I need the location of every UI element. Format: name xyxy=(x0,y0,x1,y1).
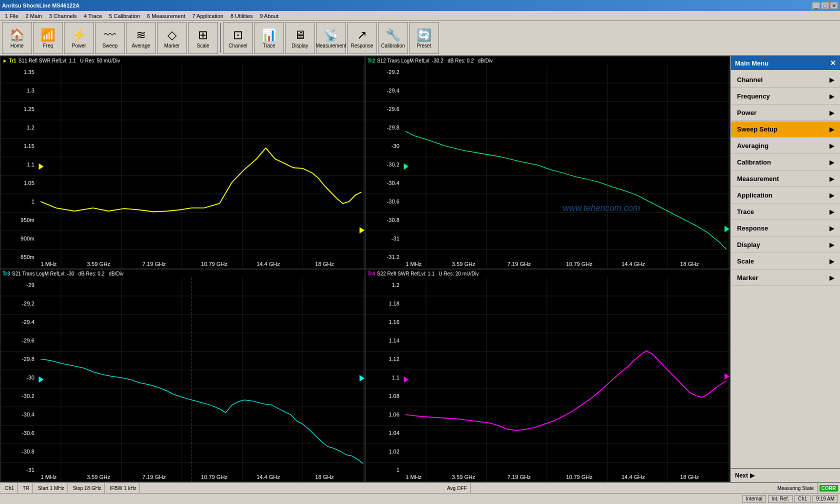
menu-trace[interactable]: 4 Trace xyxy=(81,12,106,20)
panel-menu-arrow-display: ▶ xyxy=(830,242,834,248)
bottom-ch1: Ch1 xyxy=(794,495,810,503)
toolbar-power-label: Power xyxy=(72,43,86,48)
menu-utilities[interactable]: 8 Utilities xyxy=(228,12,256,20)
svg-text:950m: 950m xyxy=(20,217,34,223)
panel-menu-arrow-response: ▶ xyxy=(830,225,834,232)
panel-menu-arrow-application: ▶ xyxy=(830,192,834,199)
svg-text:3.59 GHz: 3.59 GHz xyxy=(87,474,110,480)
panel-menu-arrow-frequency: ▶ xyxy=(830,93,834,100)
toolbar-sweep[interactable]: 〰Sweep xyxy=(95,22,125,54)
svg-text:7.19 GHz: 7.19 GHz xyxy=(508,261,531,267)
panel-menu-measurement[interactable]: Measurement▶ xyxy=(731,171,840,187)
panel-menu-calibration[interactable]: Calibration▶ xyxy=(731,154,840,170)
svg-text:3.59 GHz: 3.59 GHz xyxy=(87,261,110,267)
svg-text:www.tehencom.com: www.tehencom.com xyxy=(563,203,640,213)
menu-measurement[interactable]: 6 Measurement xyxy=(144,12,188,20)
toolbar-scale[interactable]: ⊞Scale xyxy=(188,22,218,54)
svg-text:14.4 GHz: 14.4 GHz xyxy=(622,261,645,267)
svg-text:1.16: 1.16 xyxy=(388,319,400,325)
panel-menu-trace[interactable]: Trace▶ xyxy=(731,204,840,220)
svg-text:18 GHz: 18 GHz xyxy=(680,261,699,267)
svg-text:1.04: 1.04 xyxy=(388,430,400,436)
next-button[interactable]: Next ▶ xyxy=(731,468,840,482)
panel-menu-arrow-trace: ▶ xyxy=(830,208,834,216)
svg-text:1.18: 1.18 xyxy=(388,300,400,306)
toolbar-preset[interactable]: 🔄Preset xyxy=(409,22,439,54)
menu-calibration[interactable]: 5 Calibration xyxy=(106,12,143,20)
toolbar-preset-icon: 🔄 xyxy=(416,28,432,42)
app-title: Anritsu ShockLine MS46122A xyxy=(2,2,80,8)
panel-menu-scale[interactable]: Scale▶ xyxy=(731,254,840,270)
panel-menu-frequency[interactable]: Frequency▶ xyxy=(731,88,840,104)
svg-text:1.14: 1.14 xyxy=(388,338,400,344)
svg-text:1.1: 1.1 xyxy=(392,374,399,380)
maximize-button[interactable]: □ xyxy=(821,2,829,9)
window-controls[interactable]: _ □ ✕ xyxy=(812,2,838,9)
svg-text:10.79 GHz: 10.79 GHz xyxy=(201,474,228,480)
menu-channels[interactable]: 3 Channels xyxy=(46,12,80,20)
svg-text:7.19 GHz: 7.19 GHz xyxy=(142,474,166,480)
svg-text:-30.2: -30.2 xyxy=(22,393,34,399)
toolbar-average[interactable]: ≋Average xyxy=(126,22,156,54)
menu-file[interactable]: 1 File xyxy=(2,12,22,20)
panel-menu-label-application: Application xyxy=(737,192,772,199)
svg-text:1.25: 1.25 xyxy=(24,106,34,112)
close-button[interactable]: ✕ xyxy=(830,2,838,9)
panel-menu-channel[interactable]: Channel▶ xyxy=(731,72,840,88)
toolbar-calibration[interactable]: 🔧Calibration xyxy=(378,22,408,54)
chart-tr3-inner: -29 -29.2 -29.4 -29.6 -29.8 -30 -30.2 -3… xyxy=(0,278,364,482)
toolbar-trace[interactable]: 📊Trace xyxy=(254,22,284,54)
toolbar-response-label: Response xyxy=(350,43,373,48)
menu-application[interactable]: 7 Application xyxy=(189,12,226,20)
toolbar-home[interactable]: 🏠Home xyxy=(2,22,32,54)
panel-menu-averaging[interactable]: Averaging▶ xyxy=(731,138,840,154)
svg-text:1.08: 1.08 xyxy=(388,393,400,399)
svg-text:1.3: 1.3 xyxy=(26,88,34,94)
toolbar-measurement[interactable]: 📡Measurement xyxy=(316,22,346,54)
panel-menu-label-channel: Channel xyxy=(737,76,762,84)
tr2-params: S12 Trans LogM RefLvl: -30.2 dB Res: 0.2… xyxy=(377,58,492,64)
charts-grid: ► Tr1 S11 Refl SWR RefLvl: 1.1 U Res: 50… xyxy=(0,56,730,482)
svg-text:-29.2: -29.2 xyxy=(22,300,34,306)
toolbar-marker[interactable]: ◇Marker xyxy=(157,22,187,54)
panel-menu-response[interactable]: Response▶ xyxy=(731,220,840,236)
panel-close-button[interactable]: ✕ xyxy=(830,59,836,67)
svg-text:850m: 850m xyxy=(20,254,34,260)
panel-menu-power[interactable]: Power▶ xyxy=(731,105,840,121)
tr4-params: S22 Refl SWR RefLvl: 1.1 U Res: 20 mU/Di… xyxy=(377,271,478,276)
toolbar-power[interactable]: ⚡Power xyxy=(64,22,94,54)
panel-menu-application[interactable]: Application▶ xyxy=(731,188,840,204)
svg-text:1.05: 1.05 xyxy=(24,180,34,186)
toolbar-calibration-icon: 🔧 xyxy=(386,28,400,42)
panel-menu-arrow-marker: ▶ xyxy=(830,274,834,282)
toolbar-display[interactable]: 🖥Display xyxy=(285,22,315,54)
toolbar-power-icon: ⚡ xyxy=(72,28,86,42)
svg-text:-30.4: -30.4 xyxy=(22,412,34,418)
svg-text:18 GHz: 18 GHz xyxy=(680,474,699,480)
svg-text:3.59 GHz: 3.59 GHz xyxy=(452,261,476,267)
svg-text:-29.8: -29.8 xyxy=(387,124,400,130)
menu-about[interactable]: 9 About xyxy=(257,12,282,20)
minimize-button[interactable]: _ xyxy=(812,2,820,9)
panel-menu-marker[interactable]: Marker▶ xyxy=(731,270,840,286)
svg-text:-29.8: -29.8 xyxy=(22,356,34,362)
menu-main[interactable]: 2 Main xyxy=(22,12,45,20)
panel-menu-display[interactable]: Display▶ xyxy=(731,237,840,253)
toolbar-sweep-icon: 〰 xyxy=(104,28,116,42)
svg-rect-113 xyxy=(366,278,730,482)
svg-text:-31: -31 xyxy=(26,467,34,473)
status-ifbw: IFBW 1 kHz xyxy=(107,483,140,493)
titlebar: Anritsu ShockLine MS46122A _ □ ✕ xyxy=(0,0,840,11)
chart-tr3-svg: -29 -29.2 -29.4 -29.6 -29.8 -30 -30.2 -3… xyxy=(0,278,364,482)
panel-menu-label-sweep-setup: Sweep Setup xyxy=(737,126,778,133)
svg-text:-30.4: -30.4 xyxy=(387,180,400,186)
toolbar-response[interactable]: ↗Response xyxy=(347,22,377,54)
panel-menu-sweep-setup[interactable]: Sweep Setup▶ xyxy=(731,122,840,138)
toolbar-channel[interactable]: ⊡Channel xyxy=(223,22,253,54)
toolbar-freq[interactable]: 📶Freq xyxy=(33,22,63,54)
toolbar-measurement-label: Measurement xyxy=(316,43,346,48)
svg-text:-30: -30 xyxy=(26,374,34,380)
svg-text:-30.8: -30.8 xyxy=(22,448,34,454)
chart-tr2-header: Tr2 S12 Trans LogM RefLvl: -30.2 dB Res:… xyxy=(366,56,730,64)
bottom-internal: Internal xyxy=(742,495,766,503)
